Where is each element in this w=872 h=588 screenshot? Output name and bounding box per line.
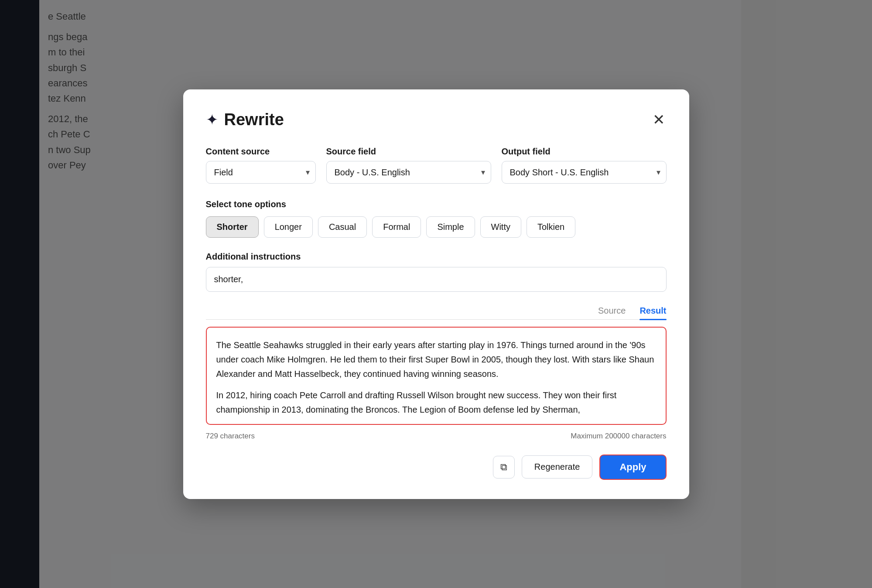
fields-row: Content source Field ▾ Source field Body… — [206, 147, 667, 184]
regenerate-button[interactable]: Regenerate — [522, 455, 593, 479]
tone-btn-tolkien[interactable]: Tolkien — [527, 216, 575, 238]
max-chars: Maximum 200000 characters — [571, 432, 666, 441]
tabs-row: Source Result — [206, 306, 667, 319]
char-count-row: 729 characters Maximum 200000 characters — [206, 432, 667, 441]
result-area: The Seattle Seahawks struggled in their … — [206, 327, 667, 425]
actions-row: ⧉ Regenerate Apply — [206, 455, 667, 480]
output-field-group: Output field Body Short - U.S. English ▾ — [502, 147, 667, 184]
output-field-select[interactable]: Body Short - U.S. English — [502, 161, 667, 184]
output-field-wrapper: Body Short - U.S. English ▾ — [502, 161, 667, 184]
source-field-label: Source field — [326, 147, 491, 157]
tab-result[interactable]: Result — [639, 306, 666, 319]
tone-options: ShorterLongerCasualFormalSimpleWittyTolk… — [206, 216, 667, 238]
char-count: 729 characters — [206, 432, 255, 441]
content-source-select[interactable]: Field — [206, 161, 316, 184]
tab-source[interactable]: Source — [598, 306, 626, 319]
result-paragraph-1: The Seattle Seahawks struggled in their … — [216, 338, 656, 381]
content-source-label: Content source — [206, 147, 316, 157]
modal-title: Rewrite — [224, 110, 284, 129]
tabs-divider — [206, 319, 667, 320]
content-source-group: Content source Field ▾ — [206, 147, 316, 184]
source-field-group: Source field Body - U.S. English ▾ — [326, 147, 491, 184]
tone-btn-shorter[interactable]: Shorter — [206, 216, 259, 238]
sparkle-icon: ✦ — [206, 111, 218, 128]
source-field-wrapper: Body - U.S. English ▾ — [326, 161, 491, 184]
copy-button[interactable]: ⧉ — [493, 456, 515, 479]
modal-header: ✦ Rewrite ✕ — [206, 110, 667, 129]
source-field-select[interactable]: Body - U.S. English — [326, 161, 491, 184]
instructions-input[interactable] — [206, 267, 667, 292]
apply-button[interactable]: Apply — [599, 455, 666, 480]
tone-btn-longer[interactable]: Longer — [264, 216, 313, 238]
close-button[interactable]: ✕ — [651, 110, 667, 129]
instructions-label: Additional instructions — [206, 252, 667, 262]
rewrite-modal: ✦ Rewrite ✕ Content source Field ▾ Sourc… — [183, 89, 689, 499]
tone-btn-casual[interactable]: Casual — [318, 216, 367, 238]
modal-overlay: ✦ Rewrite ✕ Content source Field ▾ Sourc… — [0, 0, 872, 588]
content-source-wrapper: Field ▾ — [206, 161, 316, 184]
output-field-label: Output field — [502, 147, 667, 157]
tone-btn-simple[interactable]: Simple — [426, 216, 475, 238]
result-text: The Seattle Seahawks struggled in their … — [216, 338, 656, 417]
tone-btn-witty[interactable]: Witty — [480, 216, 521, 238]
tone-section-label: Select tone options — [206, 199, 667, 209]
title-group: ✦ Rewrite — [206, 110, 284, 129]
tone-btn-formal[interactable]: Formal — [372, 216, 421, 238]
result-paragraph-2: In 2012, hiring coach Pete Carroll and d… — [216, 388, 656, 417]
